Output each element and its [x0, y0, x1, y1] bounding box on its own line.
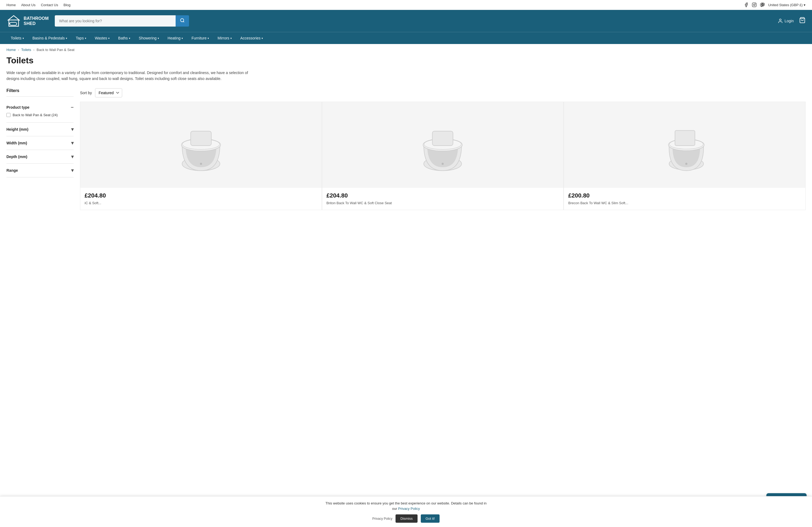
filter-option[interactable]: Back to Wall Pan & Seat (24)	[6, 113, 74, 117]
nav-label-wastes: Wastes	[95, 36, 107, 40]
svg-rect-0	[752, 3, 756, 7]
svg-point-21	[442, 163, 444, 165]
main-layout: Filters Product type − Back to Wall Pan …	[6, 88, 806, 210]
nav-item-taps[interactable]: Taps ▾	[71, 32, 90, 44]
chevron-down-icon: ▾	[262, 37, 263, 40]
nav-label-taps: Taps	[76, 36, 84, 40]
filter-header-height[interactable]: Height (mm) ▾	[6, 126, 74, 132]
filter-label-product-type: Product type	[6, 105, 30, 109]
nav-label-heating: Heating	[168, 36, 180, 40]
top-bar-right: United States (GBP £) ▾	[743, 2, 806, 7]
svg-point-8	[180, 18, 184, 22]
chevron-down-icon: ▾	[23, 37, 24, 40]
product-card[interactable]: £204.80 Briton Back To Wall WC & Soft Cl…	[322, 102, 564, 210]
nav-label-showering: Showering	[139, 36, 157, 40]
filter-section-height: Height (mm) ▾	[6, 123, 74, 136]
pinterest-icon[interactable]	[760, 2, 765, 7]
product-image	[564, 102, 805, 188]
sidebar: Filters Product type − Back to Wall Pan …	[6, 88, 74, 210]
region-selector[interactable]: United States (GBP £) ▾	[768, 3, 806, 7]
nav-item-baths[interactable]: Baths ▾	[114, 32, 134, 44]
toilet-image	[600, 110, 769, 179]
svg-rect-15	[191, 131, 211, 146]
chevron-down-icon: ▾	[108, 37, 110, 40]
filter-section-width: Width (mm) ▾	[6, 136, 74, 150]
chevron-down-icon: ▾	[71, 140, 74, 146]
products-grid: £204.80 iC & Soft...	[80, 102, 806, 210]
chevron-down-icon: ▾	[66, 37, 67, 40]
svg-point-1	[753, 4, 755, 6]
login-label: Login	[785, 19, 794, 23]
logo[interactable]: BATHROOM SHED	[6, 14, 49, 28]
product-info: £200.80 Brecon Back To Wall WC & Slim So…	[564, 188, 805, 210]
logo-text: BATHROOM SHED	[24, 16, 48, 26]
filter-header-width[interactable]: Width (mm) ▾	[6, 140, 74, 146]
svg-rect-5	[10, 22, 17, 25]
facebook-icon[interactable]	[743, 2, 749, 7]
breadcrumb: Home › Toilets › Back to Wall Pan & Seat	[0, 44, 812, 56]
filter-option-label: Back to Wall Pan & Seat (24)	[13, 113, 58, 117]
filter-label-depth: Depth (mm)	[6, 154, 27, 159]
nav-item-showering[interactable]: Showering ▾	[134, 32, 163, 44]
cart-button[interactable]	[799, 17, 806, 25]
search-input[interactable]	[55, 15, 176, 27]
logo-icon	[6, 14, 21, 28]
chevron-down-icon: ▾	[158, 37, 159, 40]
filter-label-height: Height (mm)	[6, 127, 28, 132]
nav-item-mirrors[interactable]: Mirrors ▾	[213, 32, 236, 44]
filter-header-range[interactable]: Range ▾	[6, 167, 74, 174]
breadcrumb-home[interactable]: Home	[6, 48, 16, 52]
toilet-image	[358, 110, 527, 179]
nav-label-basins: Basins & Pedestals	[32, 36, 65, 40]
cart-icon	[799, 17, 806, 23]
nav-item-heating[interactable]: Heating ▾	[163, 32, 187, 44]
filter-toggle-minus-icon: −	[71, 105, 74, 110]
sort-select[interactable]: Featured	[95, 88, 122, 97]
nav-item-furniture[interactable]: Furniture ▾	[187, 32, 213, 44]
filter-label-width: Width (mm)	[6, 141, 27, 145]
svg-rect-25	[675, 131, 695, 146]
search-button[interactable]	[176, 15, 189, 27]
nav-item-basins[interactable]: Basins & Pedestals ▾	[28, 32, 72, 44]
filter-options-product-type: Back to Wall Pan & Seat (24)	[6, 113, 74, 117]
chevron-down-icon: ▾	[230, 37, 232, 40]
breadcrumb-separator-2: ›	[33, 48, 34, 52]
filter-section-product-type: Product type − Back to Wall Pan & Seat (…	[6, 101, 74, 123]
product-name: Brecon Back To Wall WC & Slim Soft...	[568, 201, 801, 206]
nav-item-wastes[interactable]: Wastes ▾	[90, 32, 114, 44]
nav-item-toilets[interactable]: Toilets ▾	[6, 32, 28, 44]
breadcrumb-toilets[interactable]: Toilets	[21, 48, 31, 52]
search-bar	[55, 15, 189, 27]
product-price: £204.80	[327, 192, 559, 199]
product-card[interactable]: £200.80 Brecon Back To Wall WC & Slim So…	[564, 102, 806, 210]
filter-header-depth[interactable]: Depth (mm) ▾	[6, 154, 74, 160]
nav-blog[interactable]: Blog	[63, 3, 70, 7]
chevron-down-icon: ▾	[182, 37, 183, 40]
breadcrumb-current: Back to Wall Pan & Seat	[37, 48, 74, 52]
product-info: £204.80 Briton Back To Wall WC & Soft Cl…	[322, 188, 564, 210]
nav-contact[interactable]: Contact Us	[41, 3, 58, 7]
chevron-down-icon: ▾	[71, 167, 74, 174]
sort-bar: Sort by Featured	[80, 88, 806, 97]
filter-label-range: Range	[6, 168, 18, 172]
nav-label-accessories: Accessories	[240, 36, 260, 40]
top-nav-links: Home About Us Contact Us Blog	[6, 3, 71, 7]
svg-point-2	[755, 4, 755, 4]
chevron-down-icon: ▾	[85, 37, 86, 40]
page-description: Wide range of toilets available in a var…	[6, 70, 248, 82]
header-right: Login	[778, 17, 806, 25]
header: BATHROOM SHED Login	[0, 10, 812, 32]
product-card[interactable]: £204.80 iC & Soft...	[80, 102, 322, 210]
nav-label-baths: Baths	[118, 36, 128, 40]
svg-point-16	[200, 163, 202, 165]
nav-about[interactable]: About Us	[21, 3, 35, 7]
nav-item-accessories[interactable]: Accessories ▾	[236, 32, 267, 44]
breadcrumb-separator: ›	[18, 48, 19, 52]
page-content: Toilets Wide range of toilets available …	[0, 56, 812, 221]
filter-header-product-type[interactable]: Product type −	[6, 105, 74, 110]
sort-label: Sort by	[80, 91, 92, 95]
instagram-icon[interactable]	[752, 2, 757, 7]
filter-checkbox[interactable]	[6, 113, 11, 117]
nav-home[interactable]: Home	[6, 3, 16, 7]
login-button[interactable]: Login	[778, 18, 794, 24]
